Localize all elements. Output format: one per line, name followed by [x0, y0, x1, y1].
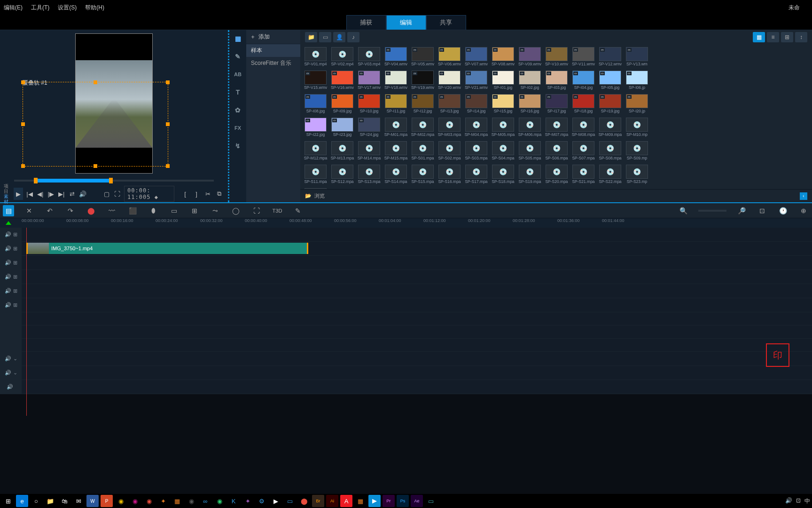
track-mute-icon[interactable]: 🔊 [5, 260, 11, 266]
library-asset[interactable]: ▭SP-I15.jpg [491, 94, 515, 117]
menu-settings[interactable]: 设置(S) [58, 4, 77, 12]
library-asset[interactable]: ▭SP-V17.wmv [357, 71, 382, 93]
library-asset[interactable]: ▭SP-I02.jpg [517, 71, 542, 93]
snapshot-icon[interactable]: ⧉ [214, 189, 224, 199]
tray-ime-icon[interactable]: 中 [804, 497, 810, 505]
motion-track-icon[interactable]: ⤳ [210, 205, 221, 216]
library-asset[interactable]: 💿SP-S17.mpa [464, 165, 489, 187]
library-asset[interactable]: ▭SP-I19.jpg [598, 94, 623, 117]
library-asset[interactable]: ▭SP-I22.jpg [303, 118, 328, 140]
titles-icon[interactable]: T [233, 87, 242, 97]
library-asset[interactable]: ▭SP-I10.jpg [357, 94, 382, 117]
volume-button[interactable]: 🔊 [79, 189, 87, 199]
track-mute-icon[interactable]: 🔊 [7, 384, 13, 390]
app14-icon[interactable]: ⬤ [298, 495, 310, 507]
app16-icon[interactable]: ▭ [425, 495, 437, 507]
chapter-icon[interactable]: ⬛ [127, 205, 138, 216]
mail-icon[interactable]: ✉ [72, 495, 85, 507]
tab-edit[interactable]: 编辑 [386, 15, 426, 30]
category-scorefitter[interactable]: ScoreFitter 音乐 [246, 57, 300, 70]
library-asset[interactable]: 💿SP-S14.mpa [383, 165, 408, 187]
timecode-display[interactable]: 00:00: 11:005 ◆ [124, 186, 174, 202]
view-thumbs-icon[interactable]: ▦ [753, 32, 765, 42]
library-asset[interactable]: 💿SP-S04.mpa [491, 141, 515, 164]
library-asset[interactable]: 💿SP-S20.mpa [544, 165, 569, 187]
library-asset[interactable]: ▭SP-V08.wmv [491, 47, 515, 70]
illustrator-icon[interactable]: Ai [326, 495, 338, 507]
app12-icon[interactable]: ▶ [270, 495, 282, 507]
track-toggle-icon[interactable]: ⊞ [13, 274, 17, 280]
record-icon[interactable]: ⬤ [86, 205, 97, 216]
undo-icon[interactable]: ↶ [44, 205, 55, 216]
app11-icon[interactable]: ⚙ [256, 495, 268, 507]
zoom-in-icon[interactable]: 🔎 [736, 205, 747, 216]
library-asset[interactable]: 💿SP-M01.mpa [383, 118, 408, 140]
tab-capture[interactable]: 捕获 [346, 15, 386, 30]
aftereffects-icon[interactable]: Ae [411, 495, 423, 507]
chevron-down-icon[interactable]: ⌄ [13, 356, 17, 362]
split-icon[interactable]: ✂ [203, 189, 213, 199]
library-asset[interactable]: ▭SP-I08.jpg [303, 94, 328, 117]
app8-icon[interactable]: ◉ [213, 495, 226, 507]
timeline-audio-track[interactable]: 🔊 [0, 380, 812, 394]
app4-icon[interactable]: ✦ [157, 495, 169, 507]
cortana-icon[interactable]: ○ [30, 495, 42, 507]
play-button[interactable]: ▶ [14, 188, 23, 200]
library-asset[interactable]: ▭SP-I06.jp [625, 71, 649, 93]
timeline-clip[interactable]: IMG_3750~1.mp4 [26, 243, 308, 254]
library-asset[interactable]: 💿 [303, 188, 328, 189]
tools-icon[interactable]: ✕ [23, 205, 35, 216]
library-asset[interactable]: 💿SP-S08.mpa [598, 141, 623, 164]
library-asset[interactable]: ▭SP-I12.jpg [410, 94, 435, 117]
track-mute-icon[interactable]: 🔊 [5, 302, 11, 308]
library-asset[interactable]: 💿SP-S09.mp [625, 141, 649, 164]
library-asset[interactable]: 💿SP-M09.mpa [598, 118, 623, 140]
library-asset[interactable]: ▭SP-I24.jpg [357, 118, 382, 140]
track-mute-icon[interactable]: 🔊 [5, 356, 11, 362]
add-media-button[interactable]: ＋添加 [246, 30, 300, 44]
library-asset[interactable]: 💿SP-M14.mpa [357, 141, 382, 164]
library-asset[interactable]: 💿SP-M06.mpa [517, 118, 542, 140]
library-asset[interactable]: 💿SP-S19.mpa [517, 165, 542, 187]
library-asset[interactable]: 💿SP-V02.mp4 [330, 47, 355, 70]
timeline-audio-track[interactable]: 🔊⌄ [0, 352, 812, 366]
library-asset[interactable]: 💿SP-V01.mp4 [303, 47, 328, 70]
chevron-down-icon[interactable]: ⌄ [13, 370, 17, 376]
storyboard-view-icon[interactable]: ▤ [3, 205, 14, 216]
add-track-icon[interactable] [6, 221, 11, 225]
store-icon[interactable]: 🛍 [58, 495, 70, 507]
3d-title-icon[interactable]: T3D [272, 205, 283, 216]
track-toggle-icon[interactable]: ⊞ [13, 231, 17, 238]
fullscreen-button[interactable]: ⛶ [113, 189, 121, 199]
library-asset[interactable]: 💿SP-S06.mpa [544, 141, 569, 164]
fx-icon[interactable]: FX [233, 123, 242, 133]
library-asset[interactable]: 💿SP-M12.mpa [303, 141, 328, 164]
track-mute-icon[interactable]: 🔊 [5, 274, 11, 280]
library-asset[interactable]: 💿SP-M02.mpa [410, 118, 435, 140]
pan-zoom-icon[interactable]: ⛶ [251, 205, 262, 216]
library-asset[interactable]: ▭SP-V04.wmv [383, 47, 408, 70]
view-list-icon[interactable]: ≡ [767, 32, 779, 42]
app15-icon[interactable]: ▦ [354, 495, 367, 507]
filter-photo-icon[interactable]: 👤 [333, 32, 345, 42]
library-asset[interactable]: ▭SP-I17.jpg [544, 94, 569, 117]
library-asset[interactable]: ▭SP-I03.jpg [544, 71, 569, 93]
mark-in-handle[interactable] [34, 178, 38, 183]
library-asset[interactable]: ▭SP-V16.wmv [330, 71, 355, 93]
library-asset[interactable]: 💿SP-S03.mpa [464, 141, 489, 164]
library-asset[interactable]: 💿SP-M13.mpa [330, 141, 355, 164]
mark-out-handle[interactable] [109, 178, 113, 183]
menu-edit[interactable]: 编辑(E) [4, 4, 23, 12]
library-asset[interactable]: 💿SP-S12.mpa [330, 165, 355, 187]
timeline-track[interactable]: 🔊⊞ [0, 256, 812, 270]
app6-icon[interactable]: ◉ [185, 495, 197, 507]
split-screen-icon[interactable]: ⊞ [189, 205, 200, 216]
timeline-track[interactable]: 🔊⊞ [0, 228, 812, 242]
app7-icon[interactable]: ∞ [199, 495, 211, 507]
frame-back-button[interactable]: ◀| [36, 189, 44, 199]
library-asset[interactable]: ▭SP-V12.wmv [598, 47, 623, 70]
multi-trim-icon[interactable]: ⬮ [148, 205, 159, 216]
track-toggle-icon[interactable]: ⊞ [13, 260, 17, 266]
track-toggle-icon[interactable]: ⊞ [13, 302, 17, 308]
library-asset[interactable]: 💿SP-S07.mpa [571, 141, 596, 164]
